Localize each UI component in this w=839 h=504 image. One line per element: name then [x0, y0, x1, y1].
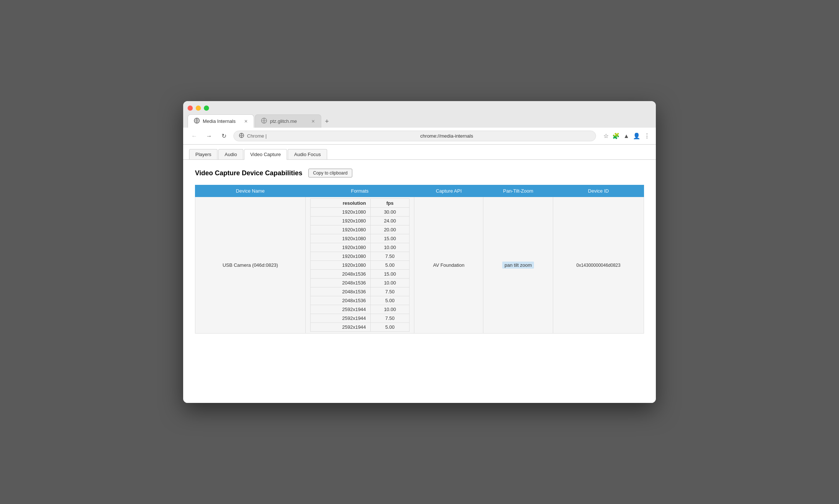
format-fps: 10.00	[370, 279, 409, 287]
format-fps: 5.00	[370, 296, 409, 305]
formats-header-row: resolution fps	[310, 199, 409, 208]
format-fps: 5.00	[370, 323, 409, 332]
format-fps: 15.00	[370, 234, 409, 243]
capture-api-cell: AV Foundation	[414, 197, 483, 334]
col-header-device-name: Device Name	[195, 185, 306, 197]
page-tab-audio-focus[interactable]: Audio Focus	[288, 149, 327, 159]
ptz-value: pan tilt zoom	[502, 262, 534, 269]
tabs-bar: Media Internals ✕ ptz.glitch.me ✕ +	[188, 114, 651, 128]
account-icon[interactable]: 👤	[633, 132, 640, 139]
format-fps: 7.50	[370, 252, 409, 261]
close-button[interactable]	[188, 106, 193, 111]
back-button[interactable]: ←	[189, 131, 199, 141]
extensions-icon[interactable]: 🧩	[612, 132, 620, 139]
secure-icon	[239, 133, 244, 139]
format-fps: 24.00	[370, 217, 409, 225]
forward-button[interactable]: →	[204, 131, 214, 141]
maximize-button[interactable]	[204, 106, 209, 111]
star-icon[interactable]: ☆	[603, 132, 609, 139]
format-resolution: 2592x1944	[310, 314, 370, 323]
device-id-value: 0x14300000046d0823	[576, 263, 620, 268]
format-resolution: 2048x1536	[310, 270, 370, 279]
col-header-formats: Formats	[305, 185, 414, 197]
format-row: 2048x15365.00	[310, 296, 409, 305]
title-bar: Media Internals ✕ ptz.glitch.me ✕ +	[183, 101, 656, 128]
ptz-cell: pan tilt zoom	[483, 197, 553, 334]
tab-media-internals-label: Media Internals	[203, 118, 236, 124]
col-header-capture-api: Capture API	[414, 185, 483, 197]
page-content: Players Audio Video Capture Audio Focus …	[183, 145, 656, 403]
format-fps: 20.00	[370, 225, 409, 234]
format-resolution: 1920x1080	[310, 217, 370, 225]
address-url: chrome://media-internals	[420, 133, 590, 139]
format-row: 2592x194410.00	[310, 305, 409, 314]
col-header-ptz: Pan-Tilt-Zoom	[483, 185, 553, 197]
device-name-cell: USB Camera (046d:0823)	[195, 197, 306, 334]
section-header: Video Capture Device Capabilities Copy t…	[195, 169, 644, 177]
browser-window: Media Internals ✕ ptz.glitch.me ✕ + ← →	[183, 101, 656, 403]
format-fps: 10.00	[370, 305, 409, 314]
globe-icon-2	[261, 118, 267, 125]
device-id-cell: 0x14300000046d0823	[553, 197, 644, 334]
address-bar: ← → ↻ Chrome | chrome://media-internals …	[183, 128, 656, 145]
minimize-button[interactable]	[196, 106, 201, 111]
format-row: 1920x108020.00	[310, 225, 409, 234]
format-resolution: 1920x1080	[310, 234, 370, 243]
tab-ptz-label: ptz.glitch.me	[270, 118, 297, 124]
copy-to-clipboard-button[interactable]: Copy to clipboard	[308, 169, 352, 177]
format-row: 1920x10807.50	[310, 252, 409, 261]
address-prefix: Chrome |	[247, 133, 417, 139]
format-row: 1920x108030.00	[310, 208, 409, 217]
format-resolution: 2048x1536	[310, 287, 370, 296]
tab-close-media-internals[interactable]: ✕	[244, 119, 248, 124]
capabilities-table: Device Name Formats Capture API Pan-Tilt…	[195, 185, 644, 334]
traffic-lights	[188, 106, 651, 114]
format-resolution: 1920x1080	[310, 225, 370, 234]
format-resolution: 1920x1080	[310, 261, 370, 270]
format-resolution: 2592x1944	[310, 305, 370, 314]
format-fps: 5.00	[370, 261, 409, 270]
main-content: Video Capture Device Capabilities Copy t…	[183, 160, 656, 342]
formats-res-header: resolution	[310, 199, 370, 208]
new-tab-button[interactable]: +	[322, 116, 332, 127]
format-resolution: 1920x1080	[310, 252, 370, 261]
device-name-value: USB Camera (046d:0823)	[223, 262, 278, 268]
formats-fps-header: fps	[370, 199, 409, 208]
reload-button[interactable]: ↻	[219, 131, 229, 141]
format-resolution: 2592x1944	[310, 323, 370, 332]
page-tab-players[interactable]: Players	[189, 149, 218, 159]
formats-cell: resolution fps 1920x108030.001920x108024…	[305, 197, 414, 334]
tab-media-internals[interactable]: Media Internals ✕	[188, 114, 254, 128]
page-nav: Players Audio Video Capture Audio Focus	[183, 145, 656, 160]
tab-close-ptz[interactable]: ✕	[311, 119, 315, 124]
format-fps: 7.50	[370, 314, 409, 323]
format-row: 2048x153615.00	[310, 270, 409, 279]
page-tab-audio[interactable]: Audio	[218, 149, 243, 159]
capture-api-value: AV Foundation	[433, 262, 465, 268]
section-title: Video Capture Device Capabilities	[195, 169, 302, 177]
globe-icon	[194, 118, 200, 125]
format-resolution: 2048x1536	[310, 296, 370, 305]
menu-icon[interactable]: ⋮	[644, 132, 650, 139]
table-row: USB Camera (046d:0823) resolution fps 19…	[195, 197, 644, 334]
format-row: 1920x108024.00	[310, 217, 409, 225]
format-resolution: 1920x1080	[310, 208, 370, 217]
address-input-container[interactable]: Chrome | chrome://media-internals	[233, 131, 596, 141]
format-row: 2048x15367.50	[310, 287, 409, 296]
profile-icon[interactable]: ▲	[623, 133, 629, 139]
tab-ptz-glitch[interactable]: ptz.glitch.me ✕	[255, 114, 321, 128]
format-row: 1920x108010.00	[310, 243, 409, 252]
format-fps: 10.00	[370, 243, 409, 252]
format-fps: 7.50	[370, 287, 409, 296]
format-row: 2592x19445.00	[310, 323, 409, 332]
format-row: 1920x10805.00	[310, 261, 409, 270]
format-fps: 30.00	[370, 208, 409, 217]
format-row: 1920x108015.00	[310, 234, 409, 243]
page-tab-video-capture[interactable]: Video Capture	[244, 149, 287, 160]
toolbar-icons: ☆ 🧩 ▲ 👤 ⋮	[603, 132, 650, 139]
format-resolution: 2048x1536	[310, 279, 370, 287]
format-fps: 15.00	[370, 270, 409, 279]
formats-inner-table: resolution fps 1920x108030.001920x108024…	[310, 199, 410, 332]
format-row: 2592x19447.50	[310, 314, 409, 323]
format-row: 2048x153610.00	[310, 279, 409, 287]
